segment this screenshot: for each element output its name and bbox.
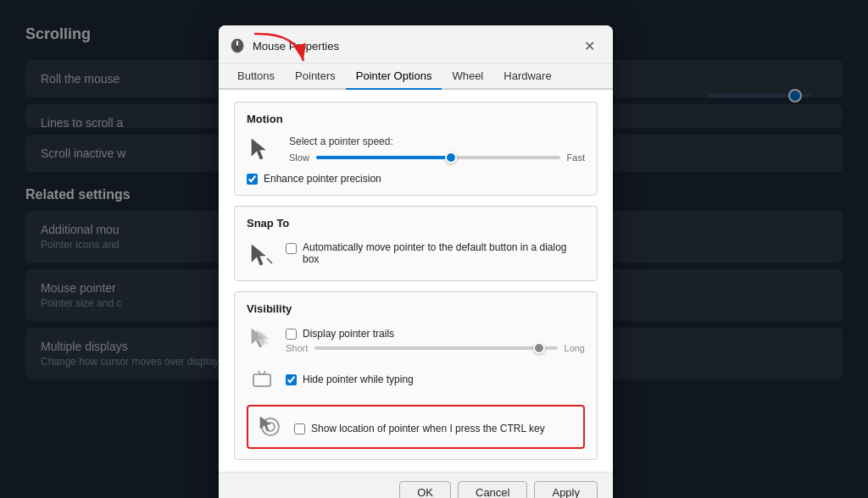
speed-slider-track[interactable] (316, 156, 560, 159)
enhance-precision-label: Enhance pointer precision (264, 173, 381, 185)
fast-label: Fast (567, 152, 585, 163)
ctrl-cursor-icon (255, 412, 286, 442)
speed-slider-row: Slow Fast (289, 152, 585, 163)
tab-wheel[interactable]: Wheel (442, 64, 493, 88)
trails-checkbox-row: Display pointer trails (286, 328, 585, 340)
speed-slider-thumb[interactable] (445, 152, 457, 163)
snapto-cursor-icon (247, 240, 277, 270)
ctrl-location-label: Show location of pointer when I press th… (311, 423, 545, 434)
ok-button[interactable]: OK (399, 481, 451, 498)
trails-row: Display pointer trails Short Long (247, 324, 585, 354)
speed-label: Select a pointer speed: (289, 136, 585, 147)
apply-button[interactable]: Apply (534, 481, 598, 498)
dialog-app-icon (229, 37, 246, 54)
trails-content: Display pointer trails Short Long (286, 324, 585, 353)
trails-slider-row: Short Long (286, 343, 585, 353)
tab-pointers[interactable]: Pointers (285, 64, 346, 88)
trails-slider-track[interactable] (314, 346, 557, 350)
svg-line-6 (267, 258, 272, 263)
hide-typing-cursor-icon (247, 362, 277, 393)
visibility-label: Visibility (247, 302, 585, 315)
svg-marker-5 (252, 245, 265, 265)
snapto-row: Automatically move pointer to the defaul… (247, 238, 585, 270)
tab-buttons[interactable]: Buttons (227, 64, 285, 88)
snapto-checkbox[interactable] (286, 243, 297, 254)
ctrl-checkbox-row: Show location of pointer when I press th… (294, 423, 545, 434)
tab-hardware[interactable]: Hardware (493, 64, 561, 88)
snap-to-section: Snap To Automatically move pointer to th… (234, 206, 598, 281)
svg-rect-10 (253, 374, 270, 386)
hide-typing-checkbox-row: Hide pointer while typing (286, 374, 414, 385)
trails-checkbox[interactable] (286, 329, 297, 340)
dialog-footer: OK Cancel Apply (219, 472, 613, 498)
visibility-items: Display pointer trails Short Long (247, 324, 585, 449)
short-label: Short (286, 343, 308, 353)
enhance-precision-checkbox[interactable] (247, 174, 258, 185)
speed-slider-fill (316, 156, 450, 159)
slow-label: Slow (289, 152, 309, 163)
snapto-checkbox-row: Automatically move pointer to the defaul… (286, 241, 585, 265)
cancel-button[interactable]: Cancel (458, 481, 527, 498)
enhance-precision-row: Enhance pointer precision (247, 173, 585, 185)
trails-cursor-icon (247, 324, 277, 354)
snap-to-label: Snap To (247, 217, 585, 230)
dialog-body: Motion Select a pointer speed: Slow (219, 90, 613, 472)
hide-typing-label: Hide pointer while typing (303, 374, 414, 385)
trails-label: Display pointer trails (303, 328, 394, 340)
long-label: Long (565, 343, 585, 353)
visibility-section: Visibility Display pointer t (234, 291, 598, 460)
trails-slider-thumb[interactable] (533, 342, 545, 354)
dialog-tabs: Buttons Pointers Pointer Options Wheel H… (219, 64, 613, 90)
motion-section: Motion Select a pointer speed: Slow (234, 102, 598, 196)
dialog-title: Mouse Properties (253, 40, 577, 53)
dialog-titlebar: Mouse Properties ✕ (219, 25, 613, 64)
svg-rect-2 (236, 41, 238, 46)
hide-typing-row: Hide pointer while typing (247, 362, 585, 393)
motion-row: Select a pointer speed: Slow Fast (247, 134, 585, 164)
motion-label: Motion (247, 113, 585, 125)
hide-typing-checkbox[interactable] (286, 374, 297, 385)
motion-cursor-icon (247, 134, 277, 164)
svg-marker-4 (252, 139, 265, 159)
dialog-close-button[interactable]: ✕ (577, 34, 601, 58)
ctrl-location-checkbox[interactable] (294, 423, 305, 434)
motion-content: Select a pointer speed: Slow Fast (289, 136, 585, 163)
mouse-properties-dialog: Mouse Properties ✕ Buttons Pointers Poin… (219, 25, 613, 498)
ctrl-highlight-row: Show location of pointer when I press th… (247, 405, 585, 449)
snapto-label: Automatically move pointer to the defaul… (303, 241, 585, 265)
tab-pointer-options[interactable]: Pointer Options (346, 64, 442, 88)
